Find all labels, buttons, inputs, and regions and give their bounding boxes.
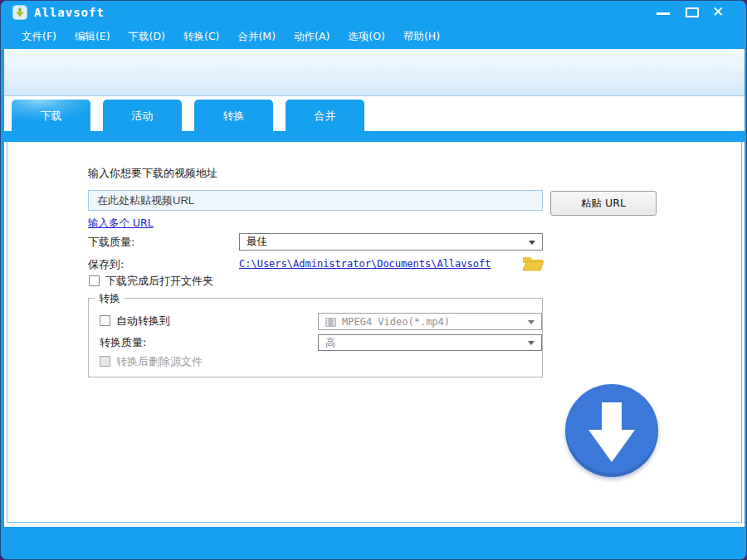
- toolbar: REC: [4, 49, 745, 95]
- menu-help[interactable]: 帮助(H): [394, 27, 449, 47]
- paste-url-button[interactable]: 粘贴 URL: [550, 191, 657, 216]
- download-quality-select[interactable]: 最佳: [239, 233, 543, 251]
- save-folder-icon[interactable]: [521, 253, 544, 273]
- save-path-link[interactable]: C:\Users\Administrator\Documents\Allavso…: [239, 258, 491, 270]
- save-to-label: 保存到:: [88, 257, 124, 272]
- app-logo-icon: [12, 5, 27, 20]
- close-icon: ✕: [712, 3, 724, 20]
- minimize-icon: [657, 12, 670, 15]
- open-folder-checkbox-label: 下载完成后打开文件夹: [105, 274, 213, 289]
- chevron-down-icon: [529, 241, 535, 245]
- app-window: Allavsoft ✕ 文件(F) 编辑(E) 下载(D) 转换(C) 合并(M…: [0, 0, 747, 560]
- tab-convert[interactable]: 转换: [194, 100, 273, 132]
- menu-download[interactable]: 下载(D): [120, 27, 174, 47]
- minimize-button[interactable]: [652, 1, 674, 24]
- tab-strip: 下载 活动 转换 合并: [4, 95, 745, 131]
- download-arrow-icon: [565, 384, 658, 477]
- auto-convert-checkbox[interactable]: [100, 315, 110, 326]
- auto-convert-checkbox-label: 自动转换到: [116, 314, 170, 329]
- tab-merge[interactable]: 合并: [286, 100, 364, 132]
- maximize-button[interactable]: [681, 1, 703, 24]
- tab-activity[interactable]: 活动: [103, 100, 182, 132]
- menu-merge[interactable]: 合并(M): [228, 27, 285, 47]
- download-quality-value: 最佳: [247, 235, 267, 249]
- convert-quality-label: 转换质量:: [100, 335, 146, 350]
- menu-edit[interactable]: 编辑(E): [66, 27, 120, 47]
- close-button[interactable]: ✕: [709, 1, 730, 24]
- delete-source-checkbox[interactable]: [100, 356, 110, 367]
- menu-file[interactable]: 文件(F): [12, 27, 66, 47]
- video-format-icon: [325, 316, 337, 329]
- url-label: 输入你想要下载的视频地址: [88, 166, 217, 181]
- chevron-down-icon: [528, 320, 535, 324]
- url-input[interactable]: [88, 190, 543, 211]
- status-bar: [4, 527, 745, 558]
- start-download-button[interactable]: [565, 384, 658, 477]
- menu-action[interactable]: 动作(A): [285, 27, 339, 47]
- download-quality-label: 下载质量:: [88, 235, 134, 250]
- convert-format-select[interactable]: MPEG4 Video(*.mp4): [318, 313, 542, 330]
- menu-options[interactable]: 选项(O): [339, 27, 394, 47]
- convert-group-title: 转换: [95, 291, 124, 306]
- convert-quality-select[interactable]: 高: [318, 334, 542, 351]
- chevron-down-icon: [528, 341, 535, 345]
- title-bar: Allavsoft ✕: [1, 1, 746, 24]
- convert-format-value: MPEG4 Video(*.mp4): [342, 316, 450, 328]
- window-title: Allavsoft: [34, 6, 105, 19]
- menu-convert[interactable]: 转换(C): [174, 27, 228, 47]
- multiple-url-link[interactable]: 输入多个 URL: [88, 217, 154, 231]
- menu-bar: 文件(F) 编辑(E) 下载(D) 转换(C) 合并(M) 动作(A) 选项(O…: [4, 24, 745, 49]
- maximize-icon: [686, 7, 699, 17]
- tab-download[interactable]: 下载: [12, 100, 90, 132]
- convert-quality-value: 高: [325, 336, 336, 350]
- open-folder-checkbox[interactable]: [89, 275, 100, 286]
- delete-source-checkbox-label: 转换后删除源文件: [116, 354, 203, 369]
- tab-bar-underline: [4, 131, 745, 142]
